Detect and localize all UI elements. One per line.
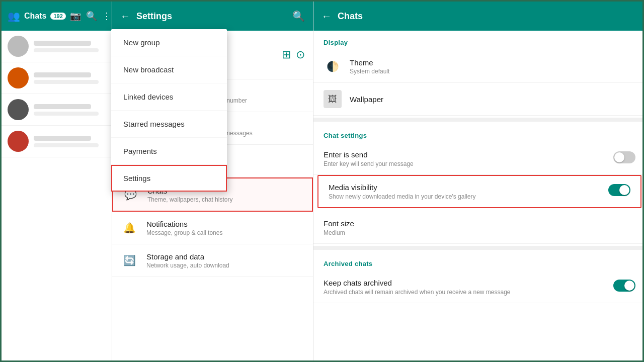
theme-label: Theme — [350, 58, 635, 67]
chats-header-icons: 📷 🔍 ⋮ — [70, 11, 111, 22]
keep-archived-label: Keep chats archived — [324, 279, 607, 287]
camera-icon[interactable]: 📷 — [70, 11, 81, 22]
chat-preview — [34, 80, 99, 84]
dropdown-menu: New group New broadcast Linked devices S… — [111, 29, 227, 192]
settings-header: ← Settings 🔍 — [112, 2, 313, 31]
chats-panel: 👥 Chats 192 📷 🔍 ⋮ — [2, 2, 112, 362]
section-divider — [313, 118, 644, 122]
chat-preview — [34, 112, 99, 116]
toggle-knob — [614, 152, 624, 162]
chat-settings-section-label: Chat settings — [313, 124, 644, 143]
chat-name — [34, 41, 91, 46]
theme-icon: 🌓 — [324, 57, 342, 75]
media-visibility-row[interactable]: Media visibility Show newly downloaded m… — [317, 175, 641, 208]
font-size-row[interactable]: Font size Medium — [313, 212, 644, 244]
chats-settings-panel: ← Chats Display 🌓 Theme System default 🖼… — [313, 2, 644, 362]
bell-icon: 🔔 — [120, 219, 138, 237]
chats-settings-title: Chats — [338, 11, 363, 22]
font-size-sublabel: Medium — [324, 229, 635, 236]
keep-archived-toggle[interactable] — [613, 280, 635, 292]
avatar — [8, 67, 29, 88]
menu-icon[interactable]: ⋮ — [102, 11, 111, 22]
dropdown-item-new-broadcast[interactable]: New broadcast — [111, 56, 227, 83]
enter-is-send-row[interactable]: Enter is send Enter key will send your m… — [313, 143, 644, 175]
chat-list — [2, 31, 112, 362]
chats-header: 👥 Chats 192 📷 🔍 ⋮ — [2, 2, 112, 31]
enter-is-send-sublabel: Enter key will send your message — [324, 160, 607, 167]
archived-section-label: Archived chats — [313, 252, 644, 272]
avatar — [8, 99, 29, 120]
dropdown-item-new-group[interactable]: New group — [111, 29, 227, 56]
media-visibility-sublabel: Show newly downloaded media in your devi… — [329, 193, 602, 200]
settings-item-notifications[interactable]: 🔔 Notifications Message, group & call to… — [112, 212, 313, 244]
chats-settings-header: ← Chats — [313, 2, 644, 31]
chats-settings-back-icon[interactable]: ← — [321, 11, 332, 22]
chats-title: Chats — [24, 12, 46, 21]
section-divider-2 — [313, 246, 644, 250]
chats-header-icon: 👥 — [8, 10, 20, 22]
dropdown-item-starred-messages[interactable]: Starred messages — [111, 111, 227, 138]
theme-row[interactable]: 🌓 Theme System default — [313, 50, 644, 83]
font-size-label: Font size — [324, 219, 635, 228]
keep-archived-sublabel: Archived chats will remain archived when… — [324, 289, 607, 296]
chat-name — [34, 72, 91, 77]
expand-icon[interactable]: ⊙ — [296, 48, 305, 61]
chat-name — [34, 136, 91, 141]
wallpaper-label: Wallpaper — [350, 95, 383, 104]
notifications-label: Notifications — [146, 220, 305, 228]
list-item[interactable] — [2, 126, 112, 157]
app-container: 👥 Chats 192 📷 🔍 ⋮ — [2, 2, 644, 362]
list-item[interactable] — [2, 31, 112, 62]
storage-label: Storage and data — [146, 252, 305, 261]
storage-sublabel: Network usage, auto download — [146, 262, 305, 269]
dropdown-item-payments[interactable]: Payments — [111, 138, 227, 165]
toggle-knob — [619, 185, 629, 195]
settings-item-storage[interactable]: 🔄 Storage and data Network usage, auto d… — [112, 244, 313, 277]
toggle-knob — [624, 281, 634, 291]
theme-sublabel: System default — [350, 68, 635, 75]
settings-title: Settings — [136, 11, 172, 22]
enter-is-send-label: Enter is send — [324, 150, 607, 159]
wallpaper-icon: 🖼 — [324, 90, 342, 108]
list-item[interactable] — [2, 62, 112, 94]
dropdown-item-linked-devices[interactable]: Linked devices — [111, 83, 227, 111]
media-visibility-toggle[interactable] — [608, 184, 630, 196]
dropdown-item-settings[interactable]: Settings — [111, 165, 227, 192]
qr-code-icon[interactable]: ⊞ — [282, 48, 291, 61]
keep-archived-row[interactable]: Keep chats archived Archived chats will … — [313, 272, 644, 303]
avatar — [8, 131, 29, 152]
wallpaper-row[interactable]: 🖼 Wallpaper — [313, 83, 644, 116]
chat-preview — [34, 48, 99, 52]
search-icon[interactable]: 🔍 — [86, 11, 97, 22]
chat-name — [34, 104, 91, 109]
back-arrow-icon[interactable]: ← — [120, 11, 130, 22]
list-item[interactable] — [2, 94, 112, 126]
chat-preview — [34, 143, 99, 147]
chats-badge: 192 — [50, 13, 65, 20]
storage-icon: 🔄 — [120, 251, 138, 269]
notifications-sublabel: Message, group & call tones — [146, 229, 305, 236]
display-section-label: Display — [313, 31, 644, 50]
settings-search-icon[interactable]: 🔍 — [292, 10, 305, 22]
chats-sublabel: Theme, wallpapers, chat history — [147, 196, 304, 203]
enter-is-send-toggle[interactable] — [613, 151, 635, 163]
avatar — [8, 36, 29, 57]
media-visibility-label: Media visibility — [329, 183, 602, 192]
